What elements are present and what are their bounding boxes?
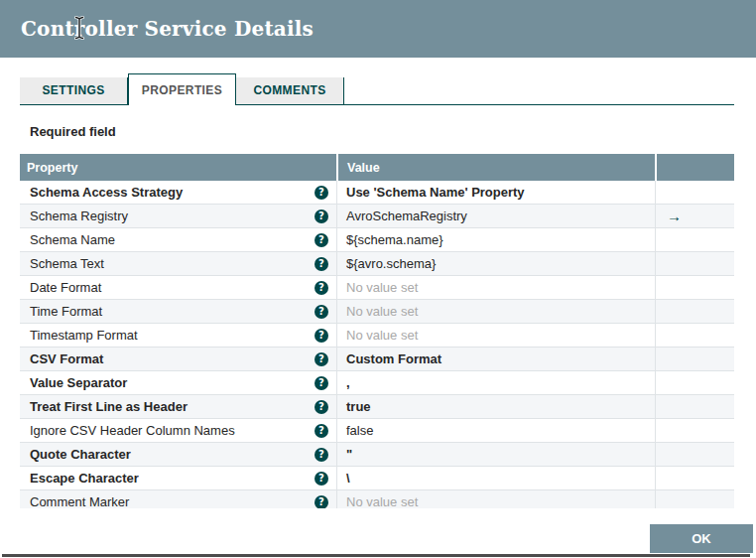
dialog-body: SETTINGS PROPERTIES COMMENTS Required fi… <box>0 58 756 558</box>
table-row[interactable]: Escape Character?\ <box>20 467 734 490</box>
property-value: No value set <box>336 490 655 508</box>
tab-comments[interactable]: COMMENTS <box>236 77 344 104</box>
property-cell: Timestamp Format? <box>20 324 336 347</box>
property-name: Schema Name <box>30 232 115 247</box>
help-icon[interactable]: ? <box>315 329 328 343</box>
property-name: Date Format <box>30 280 101 295</box>
property-value: \ <box>336 467 655 489</box>
help-icon[interactable]: ? <box>315 352 328 366</box>
properties-table: Property Value Schema Access Strategy?Us… <box>20 154 734 508</box>
table-row[interactable]: Comment Marker?No value set <box>20 490 734 508</box>
property-cell: Quote Character? <box>20 443 336 466</box>
tab-settings[interactable]: SETTINGS <box>20 77 128 104</box>
property-cell: Ignore CSV Header Column Names? <box>20 419 336 442</box>
help-icon[interactable]: ? <box>315 257 328 271</box>
table-row[interactable]: Schema Access Strategy?Use 'Schema Name'… <box>20 181 734 205</box>
property-cell: Schema Access Strategy? <box>20 181 336 204</box>
column-header-actions <box>655 154 734 181</box>
help-icon[interactable]: ? <box>315 186 328 200</box>
property-name: Treat First Line as Header <box>30 399 188 414</box>
actions-cell <box>655 490 734 508</box>
help-icon[interactable]: ? <box>315 448 328 462</box>
property-cell: Schema Name? <box>20 228 336 251</box>
actions-cell <box>655 443 734 466</box>
property-name: Escape Character <box>30 471 139 486</box>
controller-service-details-dialog: Controller Service Details SETTINGS PROP… <box>0 0 756 558</box>
table-row[interactable]: Timestamp Format?No value set <box>20 324 734 348</box>
property-value: true <box>336 395 655 418</box>
property-cell: Date Format? <box>20 276 336 299</box>
dialog-title: Controller Service Details <box>21 17 314 41</box>
tab-properties[interactable]: PROPERTIES <box>128 73 236 105</box>
table-header-row: Property Value <box>20 154 734 181</box>
property-value: AvroSchemaRegistry <box>336 205 655 227</box>
property-cell: Escape Character? <box>20 467 336 489</box>
help-icon[interactable]: ? <box>315 305 328 319</box>
help-icon[interactable]: ? <box>315 495 328 509</box>
actions-cell <box>655 419 734 442</box>
help-icon[interactable]: ? <box>315 281 328 295</box>
property-cell: Value Separator? <box>20 371 336 394</box>
actions-cell <box>655 181 734 204</box>
table-row[interactable]: Quote Character?" <box>20 443 734 467</box>
property-value: No value set <box>336 300 655 323</box>
help-icon[interactable]: ? <box>315 424 328 438</box>
table-row[interactable]: Ignore CSV Header Column Names?false <box>20 419 734 443</box>
table-row[interactable]: Schema Text?${avro.schema} <box>20 252 734 276</box>
help-icon[interactable]: ? <box>315 233 328 247</box>
property-value: " <box>336 443 655 466</box>
property-name: CSV Format <box>30 351 103 366</box>
actions-cell <box>655 371 734 394</box>
property-name: Quote Character <box>30 447 131 462</box>
dialog-header: Controller Service Details <box>0 0 756 58</box>
actions-cell <box>655 395 734 418</box>
property-cell: Time Format? <box>20 300 336 323</box>
required-field-label: Required field <box>30 124 116 139</box>
property-cell: CSV Format? <box>20 348 336 370</box>
property-cell: Comment Marker? <box>20 490 336 508</box>
table-body: Schema Access Strategy?Use 'Schema Name'… <box>20 181 734 508</box>
property-cell: Treat First Line as Header? <box>20 395 336 418</box>
property-name: Time Format <box>30 304 102 319</box>
actions-cell: → <box>655 205 734 227</box>
property-value: false <box>336 419 655 442</box>
help-icon[interactable]: ? <box>315 400 328 414</box>
table-row[interactable]: Treat First Line as Header?true <box>20 395 734 419</box>
property-value: Custom Format <box>336 348 655 370</box>
property-value: ${schema.name} <box>336 228 655 251</box>
property-value: , <box>336 371 655 394</box>
property-value: ${avro.schema} <box>336 252 655 275</box>
table-row[interactable]: Schema Registry?AvroSchemaRegistry→ <box>20 205 734 228</box>
table-row[interactable]: Value Separator?, <box>20 371 734 395</box>
table-row[interactable]: Schema Name?${schema.name} <box>20 228 734 252</box>
tab-bar: SETTINGS PROPERTIES COMMENTS <box>20 73 734 105</box>
property-cell: Schema Text? <box>20 252 336 275</box>
property-value: Use 'Schema Name' Property <box>336 181 655 204</box>
property-name: Schema Access Strategy <box>30 185 183 200</box>
table-row[interactable]: Date Format?No value set <box>20 276 734 300</box>
property-name: Ignore CSV Header Column Names <box>30 423 235 438</box>
property-value: No value set <box>336 324 655 347</box>
column-header-value: Value <box>336 154 655 181</box>
help-icon[interactable]: ? <box>315 209 328 223</box>
help-icon[interactable]: ? <box>315 376 328 390</box>
goto-service-icon[interactable]: → <box>667 209 682 223</box>
table-row[interactable]: Time Format?No value set <box>20 300 734 324</box>
actions-cell <box>655 300 734 323</box>
property-name: Schema Text <box>30 256 104 271</box>
property-value: No value set <box>336 276 655 299</box>
table-row[interactable]: CSV Format?Custom Format <box>20 348 734 371</box>
actions-cell <box>655 276 734 299</box>
actions-cell <box>655 228 734 251</box>
actions-cell <box>655 252 734 275</box>
dialog-bottom-edge <box>2 554 750 557</box>
property-name: Timestamp Format <box>30 328 138 343</box>
property-name: Schema Registry <box>30 209 128 223</box>
property-cell: Schema Registry? <box>20 205 336 227</box>
property-name: Value Separator <box>30 375 127 390</box>
column-header-property: Property <box>20 154 336 181</box>
ok-button[interactable]: OK <box>650 524 753 553</box>
actions-cell <box>655 324 734 347</box>
help-icon[interactable]: ? <box>315 472 328 486</box>
property-name: Comment Marker <box>30 494 129 508</box>
